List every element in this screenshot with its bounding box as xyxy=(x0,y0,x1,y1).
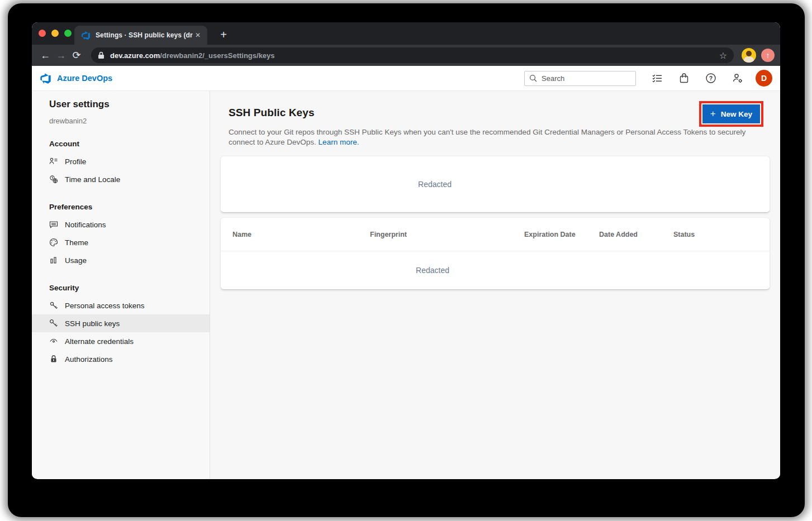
header-actions: ? D xyxy=(524,70,772,87)
tab-title: Settings · SSH public keys (dre xyxy=(96,31,193,39)
ssh-key-icon xyxy=(49,319,58,328)
new-key-button[interactable]: + New Key xyxy=(702,104,760,123)
table-header-row: Name Fingerprint Expiration Date Date Ad… xyxy=(221,218,770,251)
settings-sidebar: User settings drewbanin2 Account Profile… xyxy=(32,91,210,479)
reload-icon[interactable]: ⟳ xyxy=(69,47,84,63)
column-header-date-added: Date Added xyxy=(599,231,673,238)
product-name: Azure DevOps xyxy=(57,74,112,83)
new-tab-button[interactable]: + xyxy=(216,28,231,42)
new-key-button-label: New Key xyxy=(721,110,752,118)
browser-toolbar: ← → ⟳ dev.azure.com/drewbanin2/_usersSet… xyxy=(32,45,780,66)
sidebar-item-label: Theme xyxy=(65,238,88,247)
tab-close-icon[interactable]: ✕ xyxy=(193,30,203,40)
chrome-profile-avatar[interactable] xyxy=(742,48,756,63)
sidebar-item-label: Authorizations xyxy=(65,355,113,364)
sidebar-item-personal-access-tokens[interactable]: Personal access tokens xyxy=(32,297,210,314)
back-icon[interactable]: ← xyxy=(37,47,53,63)
time-locale-icon xyxy=(49,175,58,184)
sidebar-item-ssh-public-keys[interactable]: SSH public keys xyxy=(32,314,210,332)
redacted-text: Redacted xyxy=(418,180,452,189)
url-text: dev.azure.com/drewbanin2/_usersSettings/… xyxy=(110,51,715,60)
chrome-update-icon[interactable]: ↑ xyxy=(761,49,775,62)
column-header-expiration-date: Expiration Date xyxy=(524,231,599,238)
table-row: Redacted xyxy=(221,251,770,289)
url-domain: dev.azure.com xyxy=(110,51,160,60)
usage-icon xyxy=(49,256,58,265)
sidebar-item-label: Notifications xyxy=(65,221,106,229)
sidebar-item-label: Time and Locale xyxy=(65,175,120,184)
redacted-text: Redacted xyxy=(416,266,449,275)
address-bar[interactable]: dev.azure.com/drewbanin2/_usersSettings/… xyxy=(91,47,734,63)
section-security: Security xyxy=(49,284,210,292)
notifications-icon xyxy=(49,220,58,229)
svg-text:?: ? xyxy=(709,75,713,82)
zoom-window-button[interactable] xyxy=(64,30,72,37)
sidebar-item-profile[interactable]: Profile xyxy=(32,152,210,170)
column-header-fingerprint: Fingerprint xyxy=(370,231,524,238)
sidebar-item-notifications[interactable]: Notifications xyxy=(32,216,210,233)
close-window-button[interactable] xyxy=(39,30,46,37)
help-icon[interactable]: ? xyxy=(705,73,716,84)
sidebar-item-alternate-credentials[interactable]: Alternate credentials xyxy=(32,332,210,350)
page-description: Connect to your Git repos through SSH Pu… xyxy=(229,127,759,147)
browser-tab[interactable]: Settings · SSH public keys (dre ✕ xyxy=(74,26,207,45)
eye-icon xyxy=(49,337,58,346)
section-preferences: Preferences xyxy=(49,203,210,211)
learn-more-link[interactable]: Learn more. xyxy=(319,138,359,146)
main-content: SSH Public Keys Connect to your Git repo… xyxy=(210,91,780,479)
user-settings-icon[interactable] xyxy=(732,73,743,84)
column-header-name: Name xyxy=(232,231,370,238)
sidebar-item-time-and-locale[interactable]: Time and Locale xyxy=(32,170,210,188)
sidebar-item-label: Alternate credentials xyxy=(65,337,134,346)
azure-devops-home-link[interactable]: Azure DevOps xyxy=(40,73,112,84)
tab-strip: Settings · SSH public keys (dre ✕ + xyxy=(32,22,780,45)
section-account: Account xyxy=(49,140,210,148)
azure-devops-header: Azure DevOps xyxy=(32,66,780,91)
url-path: /drewbanin2/_usersSettings/keys xyxy=(160,51,274,60)
page-title: SSH Public Keys xyxy=(229,91,770,119)
sidebar-item-theme[interactable]: Theme xyxy=(32,233,210,251)
lock-icon xyxy=(49,355,58,364)
ssl-lock-icon xyxy=(98,51,105,59)
forward-icon: → xyxy=(53,47,69,63)
sidebar-title: User settings xyxy=(49,99,210,110)
marketplace-bag-icon[interactable] xyxy=(678,73,690,84)
azure-devops-logo-icon xyxy=(40,73,51,84)
browser-window: Settings · SSH public keys (dre ✕ + ← → … xyxy=(32,22,780,479)
column-header-status: Status xyxy=(673,231,770,238)
work-items-list-icon[interactable] xyxy=(652,73,663,84)
traffic-lights xyxy=(39,30,72,37)
annotation-highlight-box: + New Key xyxy=(699,101,763,127)
ssh-keys-table-card: Name Fingerprint Expiration Date Date Ad… xyxy=(221,218,770,289)
azure-devops-favicon-icon xyxy=(81,31,91,40)
account-avatar[interactable]: D xyxy=(756,70,772,87)
plus-icon: + xyxy=(710,108,716,120)
sidebar-item-usage[interactable]: Usage xyxy=(32,251,210,269)
sidebar-item-label: Usage xyxy=(65,256,87,265)
profile-icon xyxy=(49,157,58,166)
bookmark-star-icon[interactable]: ☆ xyxy=(719,50,727,61)
sidebar-item-label: Personal access tokens xyxy=(65,302,145,310)
sidebar-username: drewbanin2 xyxy=(49,117,210,125)
search-box[interactable] xyxy=(524,71,636,86)
sidebar-item-authorizations[interactable]: Authorizations xyxy=(32,350,210,368)
theme-icon xyxy=(49,238,58,247)
sidebar-item-label: SSH public keys xyxy=(65,319,120,328)
search-input[interactable] xyxy=(542,74,625,83)
search-icon xyxy=(529,74,537,82)
page-body: User settings drewbanin2 Account Profile… xyxy=(32,91,780,479)
ssh-key-info-card: Redacted xyxy=(221,156,770,212)
sidebar-item-label: Profile xyxy=(65,157,86,166)
minimize-window-button[interactable] xyxy=(51,30,59,37)
key-icon xyxy=(49,301,58,310)
